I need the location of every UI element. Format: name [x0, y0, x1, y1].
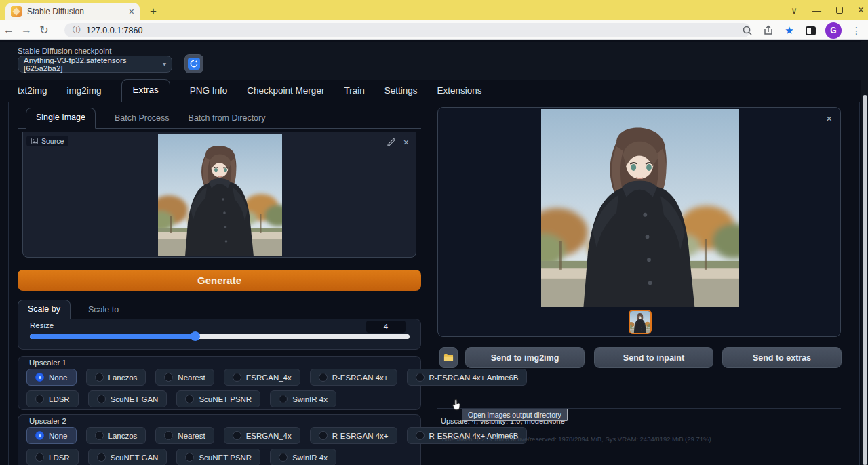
page-scrollbar[interactable] — [861, 41, 868, 465]
source-image-dropzone[interactable]: Source × — [22, 132, 416, 258]
thumbnail-image — [630, 311, 650, 333]
scale-tab-bar: Scale by Scale to — [18, 300, 421, 319]
radio-upscaler2-none[interactable]: None — [26, 427, 77, 444]
address-bar[interactable]: ⓘ 127.0.0.1:7860 — [64, 23, 751, 37]
radio-icon — [35, 395, 44, 403]
refresh-checkpoints-button[interactable] — [184, 54, 203, 73]
radio-upscaler1-resrgan4x[interactable]: R-ESRGAN 4x+ — [310, 369, 397, 386]
radio-upscaler2-resrgan4x[interactable]: R-ESRGAN 4x+ — [310, 427, 397, 444]
radio-upscaler2-esrgan4x[interactable]: ESRGAN_4x — [224, 427, 300, 444]
bookmark-star-icon[interactable]: ★ — [783, 24, 795, 37]
checkpoint-dropdown[interactable]: Anything-V3-fp32.safetensors [625a2ba2] … — [18, 56, 172, 73]
tab-img2img[interactable]: img2img — [67, 85, 102, 102]
window-close-button[interactable]: × — [858, 5, 864, 16]
browser-menu-icon[interactable]: ⋮ — [850, 24, 863, 37]
upscaler2-label: Upscaler 2 — [29, 417, 66, 425]
zoom-icon[interactable] — [741, 24, 753, 37]
edit-image-icon[interactable] — [387, 138, 395, 146]
checkpoint-label: Stable Diffusion checkpoint — [18, 47, 112, 55]
tab-scale-to[interactable]: Scale to — [88, 305, 119, 319]
slider-handle[interactable] — [191, 331, 200, 341]
tab-close-icon[interactable]: × — [129, 7, 134, 16]
tab-checkpoint-merger[interactable]: Checkpoint Merger — [247, 85, 324, 102]
radio-upscaler2-lanczos[interactable]: Lanczos — [86, 427, 146, 444]
mouse-cursor-hand — [452, 399, 462, 411]
profile-avatar[interactable]: G — [825, 22, 842, 39]
forward-icon[interactable]: → — [18, 24, 35, 36]
clear-image-icon[interactable]: × — [403, 138, 409, 147]
browser-tab-active[interactable]: Stable Diffusion × — [5, 3, 140, 20]
site-info-icon[interactable]: ⓘ — [73, 24, 81, 36]
stable-diffusion-webui: Stable Diffusion checkpoint Anything-V3-… — [0, 41, 868, 465]
radio-upscaler2-scunet-psnr[interactable]: ScuNET PSNR — [176, 449, 260, 465]
checkpoint-value: Anything-V3-fp32.safetensors [625a2ba2] — [24, 56, 163, 73]
subtab-batch-process[interactable]: Batch Process — [115, 113, 170, 128]
minimize-button[interactable]: — — [812, 6, 821, 15]
gallery-close-icon[interactable]: × — [826, 113, 832, 123]
radio-upscaler1-swinir4x[interactable]: SwinIR 4x — [270, 390, 336, 407]
side-panel-icon[interactable] — [804, 24, 816, 37]
browser-toolbar: ← → ↻ ⓘ 127.0.0.1:7860 ★ G ⋮ — [0, 20, 868, 40]
source-image — [158, 134, 282, 256]
resize-slider[interactable] — [30, 334, 410, 339]
radio-upscaler1-resrgan-anime6b[interactable]: R-ESRGAN 4x+ Anime6B — [407, 369, 528, 386]
slider-fill — [30, 334, 195, 339]
reload-icon[interactable]: ↻ — [35, 24, 53, 37]
subtab-batch-from-directory[interactable]: Batch from Directory — [189, 113, 266, 128]
tooltip: Open images output directory — [462, 409, 568, 421]
result-thumbnail[interactable] — [629, 310, 652, 334]
radio-upscaler2-scunet-gan[interactable]: ScuNET GAN — [88, 449, 167, 465]
radio-upscaler1-lanczos[interactable]: Lanczos — [86, 369, 146, 386]
radio-icon — [97, 395, 106, 403]
radio-icon — [97, 453, 106, 462]
radio-icon — [164, 373, 173, 382]
radio-icon — [95, 431, 104, 440]
tab-extras[interactable]: Extras — [121, 79, 170, 102]
url-text: 127.0.0.1:7860 — [86, 26, 142, 35]
open-output-directory-button[interactable] — [439, 347, 458, 368]
radio-icon — [416, 431, 425, 440]
result-image[interactable] — [541, 109, 739, 307]
send-button-row: Send to img2img Send to inpaint Send to … — [439, 347, 842, 368]
radio-icon — [185, 395, 194, 403]
scrollbar-thumb[interactable] — [863, 95, 867, 465]
radio-upscaler2-ldsr[interactable]: LDSR — [26, 449, 79, 465]
favicon-icon — [11, 6, 22, 17]
extras-subtab-bar: Single Image Batch Process Batch from Di… — [18, 108, 421, 129]
radio-icon — [35, 373, 44, 382]
share-icon[interactable] — [762, 24, 774, 37]
tab-txt2img[interactable]: txt2img — [18, 85, 47, 102]
radio-upscaler1-esrgan4x[interactable]: ESRGAN_4x — [224, 369, 300, 386]
radio-upscaler1-nearest[interactable]: Nearest — [155, 369, 214, 386]
source-label: Source — [41, 137, 64, 145]
send-to-extras-button[interactable]: Send to extras — [722, 347, 842, 368]
generate-button[interactable]: Generate — [18, 270, 421, 291]
restore-button[interactable] — [836, 7, 843, 14]
tab-search-icon[interactable]: ∨ — [791, 6, 797, 15]
radio-upscaler2-swinir4x[interactable]: SwinIR 4x — [270, 449, 336, 465]
image-icon — [31, 138, 38, 144]
radio-upscaler1-scunet-gan[interactable]: ScuNET GAN — [88, 390, 167, 407]
tab-train[interactable]: Train — [344, 85, 364, 102]
resize-number-input[interactable] — [366, 321, 406, 333]
radio-upscaler1-none[interactable]: None — [26, 369, 77, 386]
send-to-inpaint-button[interactable]: Send to inpaint — [594, 347, 713, 368]
back-icon[interactable]: ← — [0, 24, 18, 36]
radio-upscaler2-nearest[interactable]: Nearest — [155, 427, 214, 444]
radio-icon — [164, 431, 173, 440]
main-tab-bar: txt2img img2img Extras PNG Info Checkpoi… — [9, 81, 859, 102]
resize-label: Resize — [30, 321, 54, 329]
tab-png-info[interactable]: PNG Info — [190, 85, 228, 102]
radio-icon — [279, 395, 288, 403]
subtab-single-image[interactable]: Single Image — [26, 108, 96, 129]
send-to-img2img-button[interactable]: Send to img2img — [465, 347, 585, 368]
new-tab-button[interactable]: + — [146, 5, 160, 18]
upscaler1-panel: Upscaler 1 None Lanczos Nearest ESRGAN_4… — [18, 356, 421, 410]
radio-upscaler1-ldsr[interactable]: LDSR — [26, 390, 79, 407]
radio-icon — [95, 373, 104, 382]
radio-icon — [233, 431, 241, 440]
tab-settings[interactable]: Settings — [384, 85, 418, 102]
tab-extensions[interactable]: Extensions — [437, 85, 481, 102]
radio-upscaler1-scunet-psnr[interactable]: ScuNET PSNR — [176, 390, 260, 407]
tab-scale-by[interactable]: Scale by — [18, 300, 71, 319]
